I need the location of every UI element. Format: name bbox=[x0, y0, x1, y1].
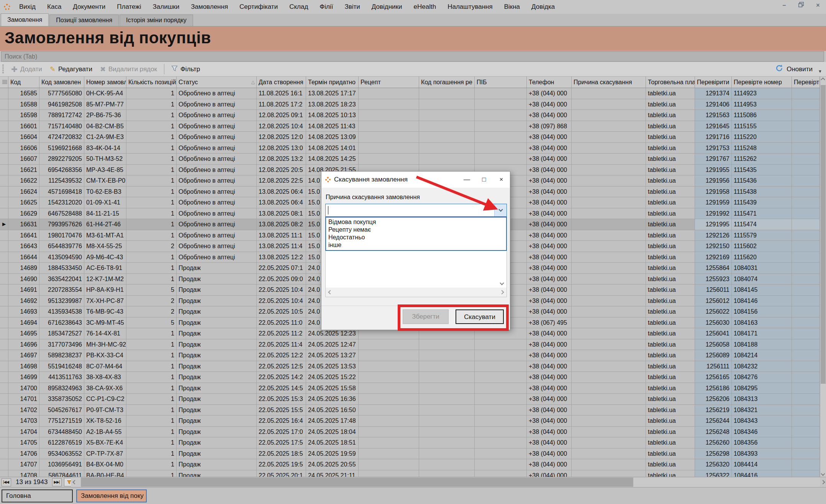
column-header[interactable]: Перевірт bbox=[792, 77, 820, 88]
cell: +38 (044) 000 bbox=[527, 339, 572, 350]
table-row[interactable]: 147046734488450A2-1B-A4-551Продаж22.05.2… bbox=[0, 427, 820, 438]
restore-icon[interactable] bbox=[795, 1, 807, 10]
menu-item[interactable]: Документи bbox=[67, 3, 111, 11]
table-row[interactable]: 16607289227920550-TH-M3-521Оброблено в а… bbox=[0, 154, 820, 165]
edit-button[interactable]: ✎ Редагувати bbox=[46, 63, 96, 75]
menu-item[interactable]: Каса bbox=[41, 3, 67, 11]
dialog-close-icon[interactable]: × bbox=[493, 172, 510, 188]
column-header[interactable]: Номер замовленн bbox=[84, 77, 126, 88]
comment-scroll-left-icon[interactable] bbox=[328, 290, 332, 294]
table-row[interactable]: 1469855194162488C-07-M4-641Продаж22.05.2… bbox=[0, 361, 820, 372]
table-row[interactable]: 16588946198250885-M7-PM-771Оброблено в а… bbox=[0, 99, 820, 110]
column-header[interactable]: Перевірте номер bbox=[732, 77, 792, 88]
filter-button[interactable]: Фільтр bbox=[167, 63, 204, 75]
minimize-icon[interactable]: – bbox=[778, 1, 790, 10]
cancel-reason-combobox[interactable] bbox=[325, 204, 507, 217]
cell bbox=[792, 372, 820, 383]
table-row[interactable]: 16601715714048004-B2-CM-B51Оброблено в а… bbox=[0, 121, 820, 132]
refresh-button[interactable]: Оновити ▼ bbox=[775, 64, 826, 74]
comment-hscrollbar[interactable] bbox=[326, 288, 506, 297]
table-row[interactable]: 147025045267617P0-9T-CM-T31Продаж22.05.2… bbox=[0, 405, 820, 416]
statusbar-tab-orders[interactable]: Замовлення від поку ... bbox=[76, 489, 147, 502]
page-tab[interactable]: Замовлення bbox=[1, 13, 49, 26]
first-record-icon[interactable]: |◀◀ bbox=[2, 478, 11, 486]
menu-item[interactable]: Склад bbox=[284, 3, 314, 11]
menu-item[interactable]: Налаштування bbox=[442, 3, 498, 11]
table-row[interactable]: 147085867844611BA-B0-HE-B41Продаж22.05.2… bbox=[0, 470, 820, 477]
cell: 1255923 bbox=[695, 274, 732, 285]
statusbar-tab-home[interactable]: Головна bbox=[2, 489, 73, 502]
column-header[interactable]: Торговельна пла bbox=[646, 77, 695, 88]
table-row[interactable]: 146975898238237PB-KX-33-C41Продаж22.05.2… bbox=[0, 350, 820, 361]
table-row[interactable]: 166044724720832C1-2A-9M-E31Оброблено в а… bbox=[0, 132, 820, 143]
comment-scroll-right-icon[interactable] bbox=[500, 290, 504, 294]
column-header[interactable]: Причина скасування bbox=[572, 77, 646, 88]
menu-item[interactable]: Довідка bbox=[526, 3, 560, 11]
cell: 22.05.2025 12:5 bbox=[257, 361, 306, 372]
delete-row-button[interactable]: ✖ Видалити рядок bbox=[96, 63, 161, 75]
column-header[interactable]: ПІБ bbox=[475, 77, 527, 88]
dialog-maximize-icon[interactable]: □ bbox=[475, 172, 493, 188]
menu-item[interactable]: Сертифікати bbox=[234, 3, 284, 11]
search-input[interactable]: Поиск (Tab) bbox=[1, 51, 824, 62]
menu-item[interactable]: Платежі bbox=[111, 3, 147, 11]
column-header[interactable]: Рецепт bbox=[359, 77, 419, 88]
menu-item[interactable]: Філії bbox=[314, 3, 339, 11]
dropdown-option[interactable]: Рецепту немає bbox=[326, 226, 506, 234]
dialog-minimize-icon[interactable]: — bbox=[458, 172, 475, 188]
menu-item[interactable]: Вихід bbox=[13, 3, 41, 11]
add-button[interactable]: ✚ Додати bbox=[7, 63, 46, 75]
table-row[interactable]: 147069534063552CP-TP-7X-871Продаж22.05.2… bbox=[0, 448, 820, 460]
scroll-left-icon[interactable] bbox=[72, 480, 77, 484]
vertical-scrollbar-thumb[interactable] bbox=[821, 85, 826, 384]
menu-item[interactable]: eHealth bbox=[408, 3, 442, 11]
menu-item[interactable]: Вікна bbox=[498, 3, 526, 11]
column-header[interactable]: Термін придатно bbox=[306, 77, 359, 88]
table-row[interactable]: 147013358735052CC-P1-C9-C21Продаж22.05.2… bbox=[0, 394, 820, 405]
page-tab[interactable]: Історія зміни порядку bbox=[120, 15, 193, 26]
combobox-dropdown-button[interactable] bbox=[494, 204, 506, 216]
dropdown-option[interactable]: Відмова покупця bbox=[326, 218, 506, 226]
close-icon[interactable]: × bbox=[812, 1, 824, 10]
scroll-up-icon[interactable] bbox=[821, 77, 825, 82]
dropdown-option[interactable]: Недостатньо bbox=[326, 234, 506, 241]
table-row[interactable]: 146963177073496MH-3H-MC-921Продаж22.05.2… bbox=[0, 339, 820, 350]
table-row[interactable]: 147056122876519X5-BX-7E-K41Продаж22.05.2… bbox=[0, 437, 820, 448]
row-selector-header[interactable] bbox=[0, 77, 8, 88]
menu-item[interactable]: Довідники bbox=[366, 3, 408, 11]
table-row[interactable]: 147071036956491B4-BX-04-M01Продаж22.05.2… bbox=[0, 459, 820, 470]
menu-item[interactable]: Замовлення bbox=[185, 3, 234, 11]
last-record-icon[interactable]: ▶▶| bbox=[52, 478, 62, 486]
column-header[interactable]: Телефон bbox=[527, 77, 572, 88]
table-row[interactable]: 16606519692166883-4K-04-141Оброблено в а… bbox=[0, 143, 820, 154]
dialog-titlebar[interactable]: Скасування замовлення — □ × bbox=[321, 172, 510, 188]
table-row[interactable]: 1659878891727422P-B6-75-361Оброблено в а… bbox=[0, 110, 820, 121]
comment-scroll-down-icon[interactable] bbox=[500, 281, 504, 285]
cell: +38 (097) 868 bbox=[527, 121, 572, 132]
scroll-down-icon[interactable] bbox=[821, 471, 825, 476]
page-tab[interactable]: Позиції замовлення bbox=[49, 15, 119, 26]
vertical-scrollbar[interactable] bbox=[820, 77, 826, 477]
cell: +38 (044) 000 bbox=[527, 263, 572, 274]
cell: 14699 bbox=[8, 372, 39, 383]
cell bbox=[475, 383, 527, 394]
table-row[interactable]: 1658557775650800H-CK-95-A41Оброблено в а… bbox=[0, 88, 820, 99]
column-header[interactable]: Код погашення ре bbox=[419, 77, 475, 88]
scroll-right-icon[interactable] bbox=[821, 480, 825, 484]
dropdown-option[interactable]: інше bbox=[326, 241, 506, 249]
column-header[interactable]: Код замовлен bbox=[39, 77, 84, 88]
horizontal-scrollbar[interactable] bbox=[71, 478, 820, 487]
table-row[interactable]: 147037751271519XK-T8-52-161Продаж22.05.2… bbox=[0, 416, 820, 427]
column-header[interactable]: Код bbox=[8, 77, 39, 88]
column-header[interactable]: Статус△ bbox=[177, 77, 257, 88]
table-row[interactable]: 14699441351176338-X8-4X-831Продаж22.05.2… bbox=[0, 372, 820, 383]
column-header[interactable]: Кількість позицій bbox=[126, 77, 177, 88]
column-header[interactable]: Дата створення bbox=[257, 77, 306, 88]
table-row[interactable]: 14700895832496338-CA-9X-X61Продаж22.05.2… bbox=[0, 383, 820, 394]
column-header[interactable]: Перевірити bbox=[695, 77, 732, 88]
menu-item[interactable]: Залишки bbox=[147, 3, 185, 11]
toolbar-overflow-icon[interactable]: ▼ bbox=[818, 69, 822, 74]
menu-item[interactable]: Звіти bbox=[339, 3, 365, 11]
cell bbox=[359, 99, 419, 110]
horizontal-scrollbar-thumb[interactable] bbox=[81, 478, 633, 487]
